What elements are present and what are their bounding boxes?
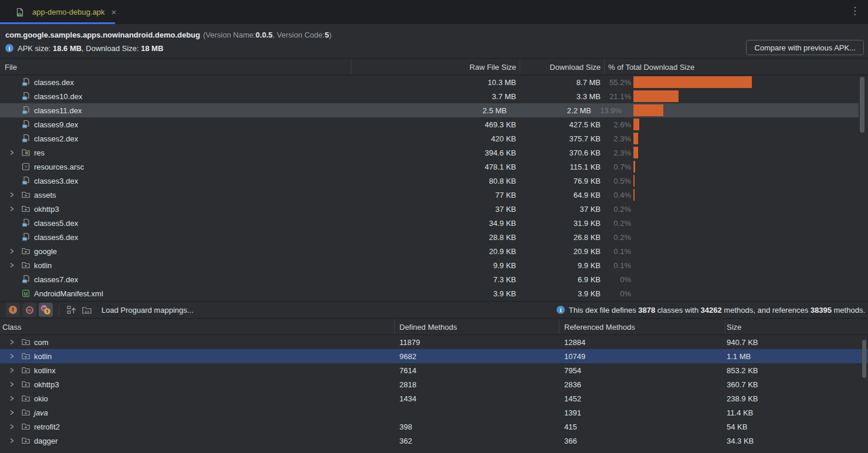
chevron-right-icon[interactable]	[7, 337, 16, 347]
file-row-classes7.dex[interactable]: 01classes7.dex7.3 KB6.9 KB0%	[0, 272, 868, 286]
file-name-cell: 01classes3.dex	[0, 174, 78, 188]
file-name: classes6.dex	[34, 233, 78, 242]
referenced-methods: 1452	[564, 391, 581, 405]
folder-icon	[21, 380, 30, 389]
raw-file-size: 2.5 MB	[483, 103, 507, 117]
file-name: AndroidManifest.xml	[34, 289, 103, 298]
file-row-classes6.dex[interactable]: 01classes6.dex28.8 KB26.8 KB0.2%	[0, 230, 868, 244]
pct-of-total: 0.5%	[613, 174, 631, 188]
download-size: 31.9 KB	[574, 216, 601, 230]
class-row-java[interactable]: java139111.4 KB	[0, 405, 868, 420]
referenced-methods: 7954	[564, 363, 581, 377]
download-size: 9.9 KB	[578, 258, 601, 272]
column-header-defined-methods[interactable]: Defined Methods	[399, 319, 457, 335]
file-table-body: 01classes.dex10.3 MB8.7 MB55.2%01classes…	[0, 75, 868, 301]
dex-summary-text: i This dex file defines 3878 classes wit…	[557, 306, 865, 315]
show-methods-button[interactable]: m	[22, 303, 36, 317]
version-name-value: 0.0.5	[256, 31, 273, 39]
toolbar-separator	[59, 305, 59, 315]
column-header-raw-file-size[interactable]: Raw File Size	[470, 59, 516, 75]
file-row-classes.dex[interactable]: 01classes.dex10.3 MB8.7 MB55.2%	[0, 75, 868, 89]
column-header-file[interactable]: File	[5, 59, 17, 75]
file-row-classes5.dex[interactable]: 01classes5.dex34.9 KB31.9 KB0.2%	[0, 216, 868, 230]
chevron-right-icon[interactable]	[7, 436, 16, 445]
referenced-nodes-icon: mf	[41, 305, 50, 315]
version-name-label: (Version Name:	[203, 31, 256, 39]
file-row-classes10.dex[interactable]: 01classes10.dex3.7 MB3.3 MB21.1%	[0, 89, 868, 103]
dex-icon: 01	[21, 134, 30, 143]
tab-app-demo-debug-apk[interactable]: app-demo-debug.apk ×	[0, 0, 124, 24]
chevron-right-icon[interactable]	[7, 190, 16, 200]
version-code-label: , Version Code:	[273, 31, 325, 39]
generate-keep-rules-icon[interactable]	[65, 303, 78, 316]
file-table-header: File Raw File Size Download Size % of To…	[0, 59, 868, 75]
svg-text:01: 01	[23, 124, 26, 128]
file-row-resources.arsc[interactable]: ?resources.arsc478.1 KB115.1 KB0.7%	[0, 160, 868, 174]
package-name: okio	[34, 394, 48, 403]
show-referenced-nodes-button[interactable]: mf	[39, 303, 53, 317]
show-fields-button[interactable]: f	[6, 303, 20, 317]
package-name-cell: com	[0, 335, 49, 349]
chevron-right-icon[interactable]	[7, 394, 16, 403]
file-row-classes11.dex[interactable]: 01classes11.dex2.5 MB2.2 MB13.9%	[0, 103, 859, 117]
class-row-retrofit2[interactable]: retrofit239841554 KB	[0, 420, 868, 434]
chevron-right-icon[interactable]	[7, 422, 16, 431]
more-options-icon[interactable]: ⋮	[850, 6, 860, 16]
chevron-right-icon[interactable]	[7, 261, 16, 270]
chevron-right-icon[interactable]	[7, 366, 16, 375]
svg-text:01: 01	[23, 110, 26, 114]
deobfuscate-names-icon[interactable]: a.b	[80, 303, 93, 316]
package-size: 360.7 KB	[727, 377, 758, 391]
pct-of-total: 0%	[620, 286, 631, 300]
file-row-google[interactable]: google20.9 KB20.9 KB0.1%	[0, 244, 868, 258]
file-name: kotlin	[34, 261, 52, 270]
pct-of-total: 21.1%	[609, 89, 631, 103]
class-row-okhttp3[interactable]: okhttp328182836360.7 KB	[0, 377, 868, 391]
manifest-icon: M	[21, 289, 30, 298]
column-header-class[interactable]: Class	[2, 319, 22, 335]
file-name-cell: assets	[0, 188, 56, 202]
class-row-kotlin[interactable]: kotlin9682107491.1 MB	[0, 349, 868, 363]
chevron-right-icon[interactable]	[7, 351, 16, 361]
file-name-cell: 01classes10.dex	[0, 89, 82, 103]
file-row-AndroidManifest.xml[interactable]: MAndroidManifest.xml3.9 KB3.9 KB0%	[0, 286, 868, 300]
file-row-classes2.dex[interactable]: 01classes2.dex420 KB375.7 KB2.3%	[0, 131, 868, 146]
class-row-com[interactable]: com1187912884940.7 KB	[0, 335, 868, 349]
class-row-dagger[interactable]: dagger36236634.3 KB	[0, 434, 868, 448]
class-row-okio[interactable]: okio14341452238.9 KB	[0, 391, 868, 405]
app-id-line: com.google.samples.apps.nowinandroid.dem…	[5, 28, 868, 41]
pct-of-total: 0.1%	[613, 258, 631, 272]
pct-of-total: 55.2%	[609, 75, 631, 89]
pct-of-total: 2.3%	[613, 131, 631, 146]
load-proguard-mappings-link[interactable]: Load Proguard mappings...	[101, 306, 194, 315]
file-row-classes9.dex[interactable]: 01classes9.dex469.3 KB427.5 KB2.6%	[0, 117, 868, 131]
file-name-cell: res	[0, 146, 45, 160]
file-row-okhttp3[interactable]: okhttp337 KB37 KB0.2%	[0, 202, 868, 216]
chevron-right-icon[interactable]	[7, 246, 16, 256]
file-row-classes3.dex[interactable]: 01classes3.dex80.8 KB76.9 KB0.5%	[0, 174, 868, 188]
download-size: 375.7 KB	[569, 131, 601, 146]
file-row-kotlin[interactable]: kotlin9.9 KB9.9 KB0.1%	[0, 258, 868, 272]
svg-text:a.b: a.b	[85, 310, 90, 313]
column-header-download-size[interactable]: Download Size	[550, 59, 601, 75]
file-row-res[interactable]: res394.6 KB370.6 KB2.3%	[0, 146, 868, 160]
class-row-kotlinx[interactable]: kotlinx76147954853.2 KB	[0, 363, 868, 377]
tab-label: app-demo-debug.apk	[32, 8, 105, 16]
chevron-right-icon[interactable]	[7, 148, 16, 157]
class-table-scrollbar-thumb[interactable]	[862, 340, 866, 378]
chevron-right-icon[interactable]	[7, 380, 16, 389]
download-size-bar	[633, 76, 752, 88]
chevron-right-icon[interactable]	[7, 408, 16, 417]
file-row-assets[interactable]: assets77 KB64.9 KB0.4%	[0, 188, 868, 202]
chevron-right-icon[interactable]	[7, 204, 16, 214]
defined-methods: 11879	[399, 335, 420, 349]
tab-close-icon[interactable]: ×	[111, 8, 117, 16]
dex-icon: 01	[21, 218, 30, 228]
package-size: 54 KB	[727, 420, 747, 434]
compare-previous-apk-button[interactable]: Compare with previous APK...	[746, 40, 864, 55]
column-header-pct-total[interactable]: % of Total Download Size	[608, 59, 694, 75]
column-header-referenced-methods[interactable]: Referenced Methods	[564, 319, 635, 335]
column-header-size[interactable]: Size	[727, 319, 741, 335]
file-name-cell: 01classes2.dex	[0, 131, 78, 146]
file-table-scrollbar-thumb[interactable]	[860, 77, 864, 133]
